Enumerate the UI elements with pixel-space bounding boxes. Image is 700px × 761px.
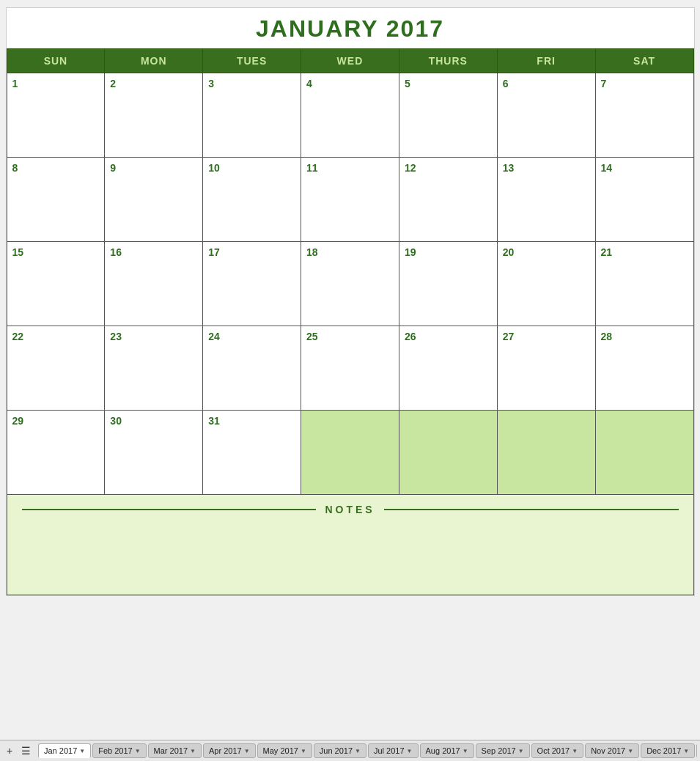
- calendar-cell[interactable]: 9: [105, 158, 203, 242]
- add-tab-icon[interactable]: +: [3, 744, 16, 757]
- calendar-cell[interactable]: 10: [203, 158, 301, 242]
- calendar-cell[interactable]: 20: [497, 242, 595, 326]
- calendar-cell[interactable]: 23: [105, 326, 203, 411]
- tab-jan-2017[interactable]: Jan 2017▼: [38, 743, 91, 758]
- tab-apr-2017[interactable]: Apr 2017▼: [203, 743, 256, 758]
- calendar-cell[interactable]: 7: [595, 73, 693, 158]
- menu-icon[interactable]: ☰: [19, 744, 32, 757]
- tab-nov-2017[interactable]: Nov 2017▼: [585, 743, 639, 758]
- day-number: 7: [601, 78, 607, 89]
- calendar-week-2: 891011121314: [7, 158, 693, 242]
- calendar-cell[interactable]: 21: [595, 242, 693, 326]
- calendar-cell[interactable]: 4: [301, 73, 399, 158]
- header-day-sun: SUN: [7, 49, 105, 73]
- tab-dec-2017[interactable]: Dec 2017▼: [641, 743, 695, 758]
- calendar-cell[interactable]: 24: [203, 326, 301, 411]
- day-number: 29: [12, 415, 24, 427]
- tab-oct-2017[interactable]: Oct 2017▼: [531, 743, 584, 758]
- day-number: 19: [405, 246, 416, 258]
- tab-dropdown-arrow: ▼: [407, 748, 413, 754]
- calendar-cell[interactable]: 18: [301, 242, 399, 326]
- notes-left-line: [22, 509, 317, 510]
- notes-content[interactable]: [22, 521, 679, 580]
- tab-jun-2017[interactable]: Jun 2017▼: [314, 743, 366, 758]
- tab-label: Feb 2017: [98, 746, 132, 755]
- calendar-cell[interactable]: 17: [203, 242, 301, 326]
- calendar-cell[interactable]: 3: [203, 73, 301, 158]
- day-number: 6: [503, 78, 509, 89]
- tab-label: Oct 2017: [537, 746, 570, 755]
- calendar-cell[interactable]: 25: [301, 326, 399, 411]
- calendar-cell[interactable]: 16: [105, 242, 203, 326]
- calendar-week-1: 1234567: [7, 73, 693, 158]
- tab-bar-icons: + ☰: [3, 744, 32, 757]
- day-number: 17: [208, 246, 220, 258]
- calendar-cell[interactable]: 6: [497, 73, 595, 158]
- tab-sep-2017[interactable]: Sep 2017▼: [476, 743, 530, 758]
- calendar-cell[interactable]: 27: [497, 326, 595, 411]
- tab-mar-2017[interactable]: Mar 2017▼: [148, 743, 202, 758]
- header-day-mon: MON: [105, 49, 203, 73]
- calendar-cell[interactable]: 19: [399, 242, 497, 326]
- header-day-sat: SAT: [595, 49, 693, 73]
- tab-feb-2017[interactable]: Feb 2017▼: [92, 743, 146, 758]
- calendar-cell[interactable]: 31: [203, 411, 301, 495]
- tab-jan-2018[interactable]: Jan 2018▼: [696, 743, 697, 758]
- day-number: 26: [405, 331, 416, 342]
- notes-right-line: [384, 509, 679, 510]
- tab-dropdown-arrow: ▼: [355, 748, 361, 754]
- tab-items-container: Jan 2017▼Feb 2017▼Mar 2017▼Apr 2017▼May …: [38, 743, 697, 758]
- calendar-cell[interactable]: [399, 411, 497, 495]
- calendar-cell[interactable]: 30: [105, 411, 203, 495]
- tab-label: Apr 2017: [209, 746, 242, 755]
- day-number: 3: [208, 78, 214, 89]
- calendar-cell[interactable]: 15: [7, 242, 105, 326]
- tab-jul-2017[interactable]: Jul 2017▼: [368, 743, 419, 758]
- calendar-cell[interactable]: [301, 411, 399, 495]
- calendar-cell[interactable]: 11: [301, 158, 399, 242]
- calendar-cell[interactable]: [595, 411, 693, 495]
- calendar-cell[interactable]: 1: [7, 73, 105, 158]
- day-number: 21: [601, 246, 613, 258]
- header-day-thurs: THURS: [399, 49, 497, 73]
- day-number: 23: [110, 331, 122, 342]
- calendar-cell[interactable]: 22: [7, 326, 105, 411]
- day-number: 14: [601, 162, 613, 174]
- calendar-container: JANUARY 2017 SUNMONTUESWEDTHURSFRISAT 12…: [6, 7, 695, 596]
- calendar-week-4: 22232425262728: [7, 326, 693, 411]
- tab-dropdown-arrow: ▼: [190, 748, 196, 754]
- day-number: 1: [12, 78, 18, 89]
- tab-dropdown-arrow: ▼: [301, 748, 306, 754]
- day-number: 18: [306, 246, 318, 258]
- tab-dropdown-arrow: ▼: [683, 748, 689, 754]
- calendar-grid: SUNMONTUESWEDTHURSFRISAT 123456789101112…: [7, 48, 694, 495]
- day-number: 13: [503, 162, 515, 174]
- day-number: 9: [110, 162, 116, 174]
- calendar-cell[interactable]: 14: [595, 158, 693, 242]
- day-number: 8: [12, 162, 18, 174]
- calendar-cell[interactable]: 2: [105, 73, 203, 158]
- tab-label: Dec 2017: [646, 746, 681, 755]
- tab-label: Jun 2017: [320, 746, 353, 755]
- tab-dropdown-arrow: ▼: [244, 748, 250, 754]
- tab-aug-2017[interactable]: Aug 2017▼: [420, 743, 474, 758]
- calendar-cell[interactable]: 28: [595, 326, 693, 411]
- day-number: 2: [110, 78, 116, 89]
- day-number: 16: [110, 246, 122, 258]
- calendar-cell[interactable]: 8: [7, 158, 105, 242]
- calendar-cell[interactable]: 29: [7, 411, 105, 495]
- calendar-cell[interactable]: 13: [497, 158, 595, 242]
- tab-bar: + ☰ Jan 2017▼Feb 2017▼Mar 2017▼Apr 2017▼…: [0, 740, 700, 761]
- tab-may-2017[interactable]: May 2017▼: [257, 743, 312, 758]
- day-number: 15: [12, 246, 24, 258]
- tab-dropdown-arrow: ▼: [463, 748, 468, 754]
- header-day-fri: FRI: [497, 49, 595, 73]
- tab-dropdown-arrow: ▼: [627, 748, 633, 754]
- day-number: 22: [12, 331, 24, 342]
- calendar-cell[interactable]: 5: [399, 73, 497, 158]
- header-day-wed: WED: [301, 49, 399, 73]
- calendar-cell[interactable]: [497, 411, 595, 495]
- calendar-cell[interactable]: 12: [399, 158, 497, 242]
- calendar-cell[interactable]: 26: [399, 326, 497, 411]
- day-number: 24: [208, 331, 220, 342]
